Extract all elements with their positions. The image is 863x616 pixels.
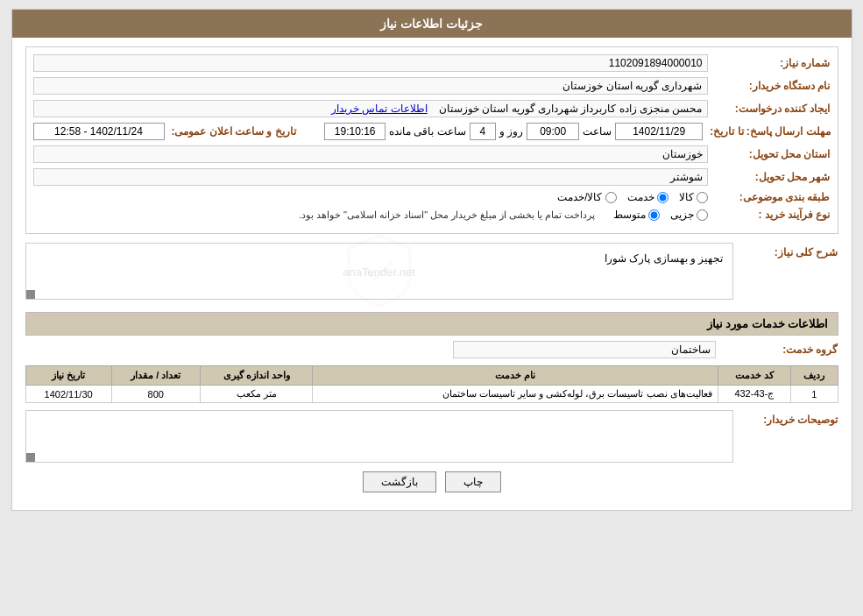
category-kala-khedmat-label: کالا/خدمت	[557, 191, 602, 203]
buyer-desc-box	[25, 410, 733, 463]
category-kala-khedmat: کالا/خدمت	[557, 191, 616, 203]
category-radio-group: کالا خدمت کالا/خدمت	[557, 191, 707, 203]
table-row: 1 ج-43-432 فعالیت‌های نصب تاسیسات برق، ل…	[25, 386, 838, 403]
creator-label: ایجاد کننده درخواست:	[708, 103, 831, 115]
category-khedmat-radio[interactable]	[657, 192, 668, 203]
process-motavasset-label: متوسط	[613, 209, 646, 221]
need-desc-row: شرح کلی نیاز: anaTender.net تجهیز و بهسا…	[25, 243, 838, 305]
remaining-time-value: 19:10:16	[324, 123, 386, 140]
service-group-row: گروه خدمت: ساختمان	[25, 341, 838, 358]
process-motavasset-radio[interactable]	[648, 209, 660, 221]
province-label: استان محل تحویل:	[708, 148, 831, 160]
back-button[interactable]: بازگشت	[363, 471, 436, 492]
category-kala-label: کالا	[679, 191, 694, 203]
cell-date: 1402/11/30	[25, 386, 111, 403]
buyer-org-value: شهرداری گوریه استان خوزستان	[33, 77, 708, 95]
announce-label: تاریخ و ساعت اعلان عمومی:	[165, 125, 296, 138]
process-label: نوع فرآیند خرید :	[708, 209, 831, 221]
remaining-days-value: 4	[470, 123, 496, 140]
remaining-time-label: ساعت باقی مانده	[389, 125, 466, 138]
province-value: خوزستان	[33, 145, 708, 163]
main-info-section: شماره نیاز: 1102091894000010 نام دستگاه …	[25, 46, 838, 234]
buyer-desc-row: توصیحات خریدار:	[25, 410, 838, 463]
deadline-date-input[interactable]: 1402/11/29	[615, 123, 703, 140]
contact-link[interactable]: اطلاعات تماس خریدار	[331, 103, 428, 115]
category-kala-radio[interactable]	[697, 192, 708, 203]
services-section-title: اطلاعات خدمات مورد نیاز	[25, 312, 838, 336]
cell-code: ج-43-432	[718, 386, 791, 403]
need-number-value: 1102091894000010	[33, 54, 708, 72]
category-kala-khedmat-radio[interactable]	[605, 192, 617, 203]
creator-row: ایجاد کننده درخواست: محسن منجزی زاده کار…	[33, 100, 831, 117]
city-value: شوشتر	[33, 168, 708, 186]
process-jozi-radio[interactable]	[697, 209, 708, 221]
deadline-row: مهلت ارسال پاسخ: تا تاریخ: 1402/11/29 سا…	[33, 123, 831, 140]
creator-value: محسن منجزی زاده کاربرداز شهرداری گوریه ا…	[33, 100, 708, 117]
city-row: شهر محل تحویل: شوشتر	[33, 168, 831, 186]
city-label: شهر محل تحویل:	[708, 171, 831, 183]
announce-value: 1402/11/24 - 12:58	[33, 123, 165, 140]
process-row: نوع فرآیند خرید : جزیی متوسط پرداخت تمام…	[33, 209, 831, 221]
need-desc-area: anaTender.net تجهیز و بهسازی پارک شورا	[25, 243, 733, 300]
creator-text: محسن منجزی زاده کاربرداز شهرداری گوریه ا…	[439, 103, 702, 115]
buyer-org-label: نام دستگاه خریدار:	[708, 80, 831, 92]
deadline-time-label: ساعت	[583, 125, 612, 138]
page-title: جزئیات اطلاعات نیاز	[12, 10, 852, 38]
process-note: پرداخت تمام یا بخشی از مبلغ خریدار محل "…	[299, 209, 596, 221]
col-header-row: ردیف	[791, 366, 838, 386]
content-area: شماره نیاز: 1102091894000010 نام دستگاه …	[12, 38, 852, 510]
need-number-row: شماره نیاز: 1102091894000010	[33, 54, 831, 72]
buyer-org-row: نام دستگاه خریدار: شهرداری گوریه استان خ…	[33, 77, 831, 95]
buyer-desc-label: توصیحات خریدار:	[733, 410, 838, 426]
need-desc-text: تجهیز و بهسازی پارک شورا	[31, 248, 728, 269]
category-kala: کالا	[679, 191, 708, 203]
service-group-value: ساختمان	[453, 341, 716, 358]
col-header-name: نام خدمت	[313, 366, 718, 386]
remaining-days-label: روز و	[499, 125, 523, 138]
col-header-quantity: تعداد / مقدار	[111, 366, 200, 386]
cell-quantity: 800	[111, 386, 200, 403]
category-khedmat: خدمت	[627, 191, 668, 203]
cell-unit: متر مکعب	[200, 386, 313, 403]
resize-handle[interactable]	[26, 290, 35, 299]
deadline-time-row: 1402/11/29 ساعت 09:00 روز و 4 ساعت باقی …	[314, 123, 703, 140]
col-header-unit: واحد اندازه گیری	[200, 366, 313, 386]
cell-name: فعالیت‌های نصب تاسیسات برق، لوله‌کشی و س…	[313, 386, 718, 403]
need-desc-label: شرح کلی نیاز:	[733, 243, 838, 258]
deadline-label: مهلت ارسال پاسخ: تا تاریخ:	[703, 125, 830, 138]
col-header-code: کد خدمت	[718, 366, 791, 386]
province-row: استان محل تحویل: خوزستان	[33, 145, 831, 163]
service-group-label: گروه خدمت:	[716, 343, 838, 356]
category-row: طبقه بندی موضوعی: کالا خدمت کالا/خدمت	[33, 191, 831, 203]
print-button[interactable]: چاپ	[445, 471, 501, 492]
process-jozi-label: جزیی	[670, 209, 694, 221]
process-jozi: جزیی	[670, 209, 708, 221]
col-header-date: تاریخ نیاز	[25, 366, 111, 386]
cell-row-num: 1	[791, 386, 838, 403]
process-radio-group: جزیی متوسط	[613, 209, 708, 221]
process-motavasset: متوسط	[613, 209, 660, 221]
category-khedmat-label: خدمت	[627, 191, 654, 203]
services-table: ردیف کد خدمت نام خدمت واحد اندازه گیری ت…	[25, 365, 838, 403]
page-wrapper: جزئیات اطلاعات نیاز شماره نیاز: 11020918…	[11, 9, 852, 511]
table-header-row: ردیف کد خدمت نام خدمت واحد اندازه گیری ت…	[25, 366, 838, 386]
category-label: طبقه بندی موضوعی:	[708, 191, 831, 203]
services-table-container: ردیف کد خدمت نام خدمت واحد اندازه گیری ت…	[25, 365, 838, 403]
buyer-desc-resize[interactable]	[26, 453, 35, 462]
need-number-label: شماره نیاز:	[708, 57, 831, 69]
button-row: چاپ بازگشت	[25, 471, 838, 501]
deadline-time-input[interactable]: 09:00	[527, 123, 579, 140]
